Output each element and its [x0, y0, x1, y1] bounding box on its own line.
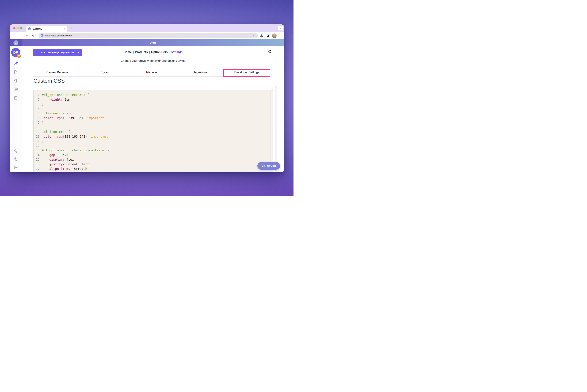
address-bar[interactable]: C https://app.customily.com/ ☆: [38, 33, 258, 38]
tshirt-icon: [13, 78, 18, 83]
line-number: 4: [34, 106, 39, 111]
tab-advanced[interactable]: Advanced: [128, 68, 176, 76]
code-line: 17 align-items: stretch;: [34, 166, 270, 171]
nav-separator: |: [148, 50, 151, 54]
code-line: 6 color: rgb(9 239 135) !important;: [34, 116, 270, 120]
sidebar-item-launch[interactable]: [13, 61, 18, 66]
app-sidebar: OR MA: [9, 46, 22, 172]
code-line: 4: [34, 106, 270, 111]
nav-separator: |: [168, 50, 171, 54]
nav-item-option-sets[interactable]: Option Sets: [151, 50, 167, 54]
sidebar-menu: [13, 61, 18, 100]
sidebar-item-catalog[interactable]: [13, 96, 18, 100]
nav-item-products[interactable]: Products: [135, 50, 148, 54]
code-line: 14 gap: 10px;: [34, 153, 270, 158]
history-button[interactable]: [267, 49, 272, 54]
sidebar-item-design[interactable]: [13, 87, 18, 92]
window-controls: [13, 27, 22, 29]
code-text: height: 8em;: [42, 97, 72, 102]
code-text: display: flex;: [42, 157, 76, 162]
sidebar-item-help[interactable]: [13, 157, 18, 162]
bookmark-star-icon[interactable]: ☆: [253, 34, 256, 38]
sidebar-item-files[interactable]: [13, 70, 18, 75]
customily-logo-icon: C: [13, 40, 18, 45]
line-number: 17: [34, 166, 39, 171]
code-text: .cl-icon-check {: [42, 111, 72, 116]
line-number: 11: [34, 139, 39, 144]
tab-integrations[interactable]: Integrations: [176, 68, 223, 76]
sidebar-item-account-settings[interactable]: [13, 149, 18, 154]
forward-button[interactable]: →: [18, 32, 23, 40]
window-minimize-button[interactable]: [17, 27, 19, 29]
desktop-background: C Customily × + ← → ↻ ⌂ C https://app.cu…: [0, 0, 293, 196]
user-gear-icon: [13, 149, 18, 154]
breadcrumb-nav: Home|Products|Option Sets|Settings: [22, 50, 284, 54]
content-scrollbar[interactable]: [271, 68, 273, 172]
browser-tab[interactable]: C Customily ×: [26, 26, 67, 32]
code-line: 8: [34, 125, 270, 130]
window-close-button[interactable]: [13, 27, 15, 29]
code-line: 15 display: flex;: [34, 157, 270, 162]
code-line: 13#cl_optionsapp .checkbox-container {: [34, 148, 270, 153]
sidebar-footer-menu: [13, 149, 18, 170]
line-number: 7: [34, 120, 39, 125]
account-avatar[interactable]: OR MA: [11, 48, 20, 57]
chat-bubble-icon: [262, 164, 265, 168]
profile-button[interactable]: [272, 32, 277, 40]
line-number: 15: [34, 157, 39, 162]
code-text: }: [42, 171, 44, 172]
reload-button[interactable]: ↻: [24, 32, 29, 40]
line-number: 18: [34, 171, 39, 172]
browser-window: C Customily × + ← → ↻ ⌂ C https://app.cu…: [9, 24, 284, 172]
file-icon: [13, 70, 18, 74]
downloads-button[interactable]: [259, 32, 264, 40]
line-number: 5: [34, 111, 39, 116]
tab-preview-behavior[interactable]: Preview Behavior: [33, 68, 81, 76]
sidebar-item-logout[interactable]: [13, 165, 18, 170]
code-line: 9.cl-icon-crop {: [34, 130, 270, 134]
back-button[interactable]: ←: [11, 32, 17, 40]
code-line: 16 justify-content: left;: [34, 162, 270, 167]
nav-item-home[interactable]: Home: [123, 50, 132, 54]
line-number: 2: [34, 97, 39, 102]
line-number: 14: [34, 153, 39, 158]
book-icon: [13, 96, 18, 100]
code-editor[interactable]: 1#cl_optionsapp textarea {2 height: 8em;…: [33, 90, 270, 172]
page-scrollbar[interactable]: [275, 58, 277, 172]
code-text: #cl_optionsapp textarea {: [42, 92, 89, 97]
page-scrollbar-thumb[interactable]: [275, 58, 277, 87]
rocket-icon: [13, 62, 18, 66]
code-text: .cl-icon-crop {: [42, 130, 70, 134]
new-tab-button[interactable]: +: [70, 26, 72, 30]
tab-title: Customily: [32, 28, 63, 30]
tab-close-icon[interactable]: ×: [63, 28, 65, 30]
line-number: 1: [34, 92, 39, 97]
browser-menu-button[interactable]: ⋮: [278, 32, 284, 40]
line-number: 10: [34, 134, 39, 139]
browser-toolbar: ← → ↻ ⌂ C https://app.customily.com/ ☆: [9, 32, 284, 40]
side-panel-button[interactable]: [265, 32, 271, 40]
code-text: justify-content: left;: [42, 162, 91, 167]
code-line: 12: [34, 144, 270, 148]
help-chat-button[interactable]: Ayuda: [257, 162, 280, 170]
code-text: }: [42, 139, 44, 144]
sidebar-item-products[interactable]: [13, 78, 18, 83]
home-button[interactable]: ⌂: [30, 32, 35, 40]
content-scrollbar-thumb[interactable]: [271, 68, 273, 90]
tab-styles[interactable]: Styles: [81, 68, 128, 76]
tab-search-button[interactable]: [278, 26, 283, 30]
url-scheme: https://: [45, 34, 52, 37]
history-clock-icon: [268, 49, 272, 54]
code-text: #cl_optionsapp .checkbox-container {: [42, 148, 110, 153]
window-zoom-button[interactable]: [20, 27, 22, 29]
help-chat-label: Ayuda: [267, 164, 276, 168]
main-content: customily.myshopify.com ▼ Home|Products|…: [22, 46, 284, 172]
code-line: 3}: [34, 102, 270, 106]
page-subtitle: Change your preview behavior and options…: [22, 59, 284, 62]
code-text: align-items: stretch;: [42, 166, 89, 171]
app-header: C Store: [9, 40, 284, 46]
line-number: 12: [34, 144, 39, 148]
design-monitor-icon: [13, 87, 18, 92]
code-line: 1#cl_optionsapp textarea {: [34, 92, 270, 97]
nav-item-settings[interactable]: Settings: [171, 50, 182, 54]
